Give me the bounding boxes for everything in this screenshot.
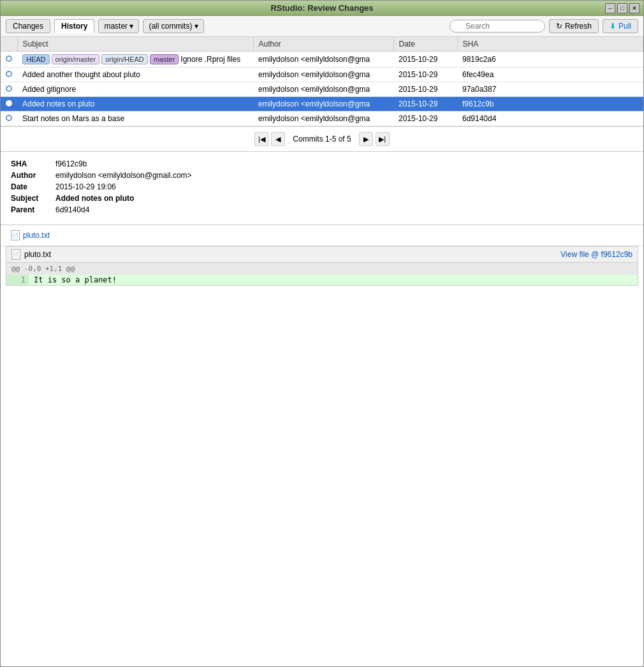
file-name: pluto.txt bbox=[23, 231, 50, 240]
commit-table-container: Subject Author Date SHA HEADorigin/maste… bbox=[1, 37, 643, 127]
subject-text: Ignore .Rproj files bbox=[180, 55, 240, 64]
sha-cell: 6fec49ea bbox=[457, 68, 643, 82]
diff-added-line: 1 It is so a planet! bbox=[6, 275, 638, 285]
table-row[interactable]: Added another thought about plutoemilydo… bbox=[1, 68, 643, 82]
graph-cell bbox=[1, 82, 17, 97]
author-row: Author emilydolson <emilyldolson@gmail.c… bbox=[11, 171, 633, 180]
commits-filter-dropdown[interactable]: (all commits) ▾ bbox=[143, 19, 203, 33]
subject-text: Added notes on pluto bbox=[22, 99, 94, 108]
sha-cell: f9612c9b bbox=[457, 97, 643, 112]
window-controls: ─ □ ✕ bbox=[605, 3, 640, 13]
diff-filename: pluto.txt bbox=[24, 250, 51, 259]
graph-cell bbox=[1, 52, 17, 68]
subject-text: Added another thought about pluto bbox=[22, 70, 140, 79]
graph-cell bbox=[1, 112, 17, 126]
tag-badge: HEAD bbox=[22, 54, 50, 64]
author-cell: emilydolson <emilyldolson@gma bbox=[253, 82, 393, 97]
date-label: Date bbox=[11, 182, 55, 191]
sha-cell: 9819c2a6 bbox=[457, 52, 643, 68]
sha-value: f9612c9b bbox=[55, 159, 87, 168]
subject-cell: Added notes on pluto bbox=[17, 97, 253, 112]
diff-container: 📄 pluto.txt View file @ f9612c9b @@ -0,0… bbox=[6, 246, 638, 286]
toolbar: Changes History master ▾ (all commits) ▾… bbox=[1, 16, 643, 37]
branch-dropdown[interactable]: master ▾ bbox=[98, 19, 139, 33]
search-container: 🔍 bbox=[450, 20, 545, 33]
pull-button[interactable]: ⬇ Pull bbox=[603, 19, 638, 33]
graph-dot bbox=[6, 55, 12, 62]
subject-text: Start notes on Mars as a base bbox=[22, 114, 124, 123]
table-row[interactable]: Added notes on plutoemilydolson <emilyld… bbox=[1, 97, 643, 112]
author-cell: emilydolson <emilyldolson@gma bbox=[253, 97, 393, 112]
subject-label: Subject bbox=[11, 194, 55, 203]
detail-panel: SHA f9612c9b Author emilydolson <emilyld… bbox=[1, 152, 643, 225]
graph-dot bbox=[6, 115, 12, 121]
history-tab[interactable]: History bbox=[54, 19, 94, 33]
prev-page-button[interactable]: ◀ bbox=[271, 132, 285, 146]
commit-table: Subject Author Date SHA HEADorigin/maste… bbox=[1, 37, 643, 126]
diff-line-content: It is so a planet! bbox=[29, 275, 638, 285]
main-content-area bbox=[1, 291, 643, 666]
search-input[interactable] bbox=[450, 20, 545, 33]
date-cell: 2015-10-29 bbox=[393, 82, 457, 97]
author-cell: emilydolson <emilyldolson@gma bbox=[253, 52, 393, 68]
date-row: Date 2015-10-29 19:06 bbox=[11, 182, 633, 191]
diff-header: 📄 pluto.txt View file @ f9612c9b bbox=[6, 247, 638, 263]
date-cell: 2015-10-29 bbox=[393, 52, 457, 68]
refresh-button[interactable]: ↻ Refresh bbox=[549, 19, 599, 33]
first-page-button[interactable]: |◀ bbox=[254, 132, 268, 146]
page-label: Commits 1-5 of 5 bbox=[288, 135, 356, 143]
graph-col-header bbox=[1, 37, 17, 52]
date-cell: 2015-10-29 bbox=[393, 68, 457, 82]
file-list: 📄 pluto.txt bbox=[1, 225, 643, 246]
diff-header-left: 📄 pluto.txt bbox=[11, 249, 51, 260]
diff-file-icon: 📄 bbox=[11, 249, 20, 260]
window-title: RStudio: Review Changes bbox=[270, 3, 373, 13]
maximize-button[interactable]: □ bbox=[617, 3, 627, 13]
tag-badge: origin/HEAD bbox=[101, 54, 148, 64]
sha-label: SHA bbox=[11, 159, 55, 168]
graph-cell bbox=[1, 97, 17, 112]
date-cell: 2015-10-29 bbox=[393, 97, 457, 112]
table-row[interactable]: Start notes on Mars as a baseemilydolson… bbox=[1, 112, 643, 126]
tag-badge: origin/master bbox=[52, 54, 100, 64]
diff-hunk-header: @@ -0,0 +1,1 @@ bbox=[6, 263, 638, 275]
parent-label: Parent bbox=[11, 205, 55, 214]
sha-cell: 97a0a387 bbox=[457, 82, 643, 97]
last-page-button[interactable]: ▶| bbox=[376, 132, 390, 146]
subject-row: Subject Added notes on pluto bbox=[11, 194, 633, 203]
pagination-bar: |◀ ◀ Commits 1-5 of 5 ▶ ▶| bbox=[1, 127, 643, 152]
author-cell: emilydolson <emilyldolson@gma bbox=[253, 68, 393, 82]
subject-header: Subject bbox=[17, 37, 253, 52]
main-window: RStudio: Review Changes ─ □ ✕ Changes Hi… bbox=[0, 0, 644, 667]
sha-cell: 6d9140d4 bbox=[457, 112, 643, 126]
sha-header: SHA bbox=[457, 37, 643, 52]
diff-line-num: 1 bbox=[6, 275, 29, 285]
subject-text: Added gitignore bbox=[22, 85, 76, 94]
author-value: emilydolson <emilyldolson@gmail.com> bbox=[55, 171, 192, 180]
graph-dot bbox=[6, 71, 12, 77]
author-header: Author bbox=[253, 37, 393, 52]
tag-badge: master bbox=[150, 54, 179, 64]
graph-cell bbox=[1, 68, 17, 82]
pull-icon: ⬇ bbox=[610, 22, 616, 31]
subject-cell: Added another thought about pluto bbox=[17, 68, 253, 82]
file-icon: 📄 bbox=[11, 230, 20, 240]
date-header: Date bbox=[393, 37, 457, 52]
view-file-link[interactable]: View file @ f9612c9b bbox=[560, 250, 633, 259]
refresh-icon: ↻ bbox=[556, 22, 562, 31]
close-button[interactable]: ✕ bbox=[629, 3, 640, 13]
file-item[interactable]: 📄 pluto.txt bbox=[11, 229, 633, 242]
author-cell: emilydolson <emilyldolson@gma bbox=[253, 112, 393, 126]
subject-value: Added notes on pluto bbox=[55, 194, 134, 203]
date-value: 2015-10-29 19:06 bbox=[55, 182, 116, 191]
sha-row: SHA f9612c9b bbox=[11, 159, 633, 168]
next-page-button[interactable]: ▶ bbox=[359, 132, 373, 146]
table-row[interactable]: HEADorigin/masterorigin/HEADmasterIgnore… bbox=[1, 52, 643, 68]
table-row[interactable]: Added gitignoreemilydolson <emilyldolson… bbox=[1, 82, 643, 97]
table-header-row: Subject Author Date SHA bbox=[1, 37, 643, 52]
subject-cell: Added gitignore bbox=[17, 82, 253, 97]
title-bar: RStudio: Review Changes ─ □ ✕ bbox=[1, 1, 643, 16]
changes-tab[interactable]: Changes bbox=[6, 19, 50, 33]
subject-cell: HEADorigin/masterorigin/HEADmasterIgnore… bbox=[17, 52, 253, 68]
minimize-button[interactable]: ─ bbox=[605, 3, 615, 13]
